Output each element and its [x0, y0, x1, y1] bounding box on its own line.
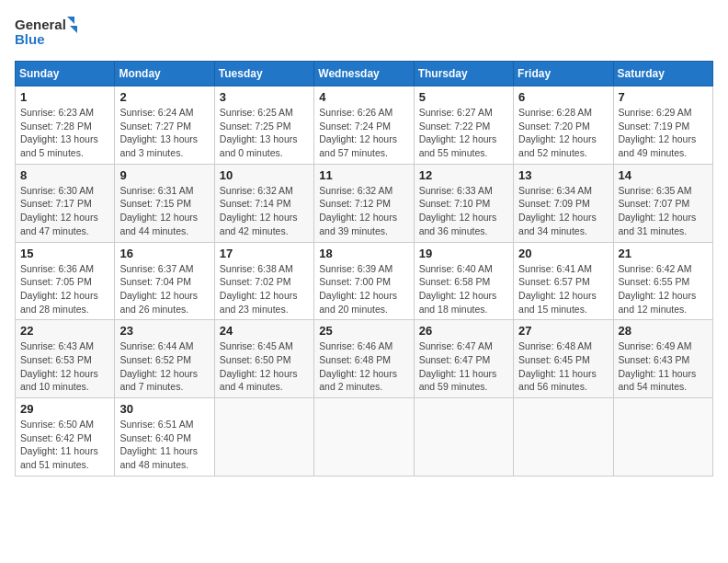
day-number: 21	[619, 247, 708, 260]
daylight-label: Daylight: 12 hours and 20 minutes.	[319, 290, 397, 315]
day-info: Sunrise: 6:41 AM Sunset: 6:57 PM Dayligh…	[518, 262, 608, 316]
daylight-label: Daylight: 12 hours and 36 minutes.	[419, 212, 497, 236]
sunset-label: Sunset: 7:04 PM	[119, 276, 191, 287]
day-number: 3	[220, 90, 309, 104]
daylight-label: Daylight: 12 hours and 47 minutes.	[20, 212, 98, 236]
day-number: 8	[20, 168, 109, 182]
day-number: 4	[319, 90, 408, 104]
sunrise-label: Sunrise: 6:50 AM	[20, 419, 94, 430]
sunset-label: Sunset: 6:52 PM	[119, 354, 191, 365]
calendar-cell: 5 Sunrise: 6:27 AM Sunset: 7:22 PM Dayli…	[414, 86, 513, 165]
svg-text:Blue: Blue	[15, 31, 45, 47]
day-number: 12	[419, 168, 508, 182]
sunrise-label: Sunrise: 6:30 AM	[20, 185, 94, 196]
day-number: 19	[419, 247, 508, 260]
day-info: Sunrise: 6:36 AM Sunset: 7:05 PM Dayligh…	[20, 262, 109, 316]
day-info: Sunrise: 6:34 AM Sunset: 7:09 PM Dayligh…	[518, 184, 608, 238]
day-number: 5	[419, 90, 508, 104]
sunrise-label: Sunrise: 6:34 AM	[518, 185, 592, 196]
calendar-cell: 24 Sunrise: 6:45 AM Sunset: 6:50 PM Dayl…	[214, 320, 313, 398]
page-header: General Blue	[15, 15, 713, 52]
sunset-label: Sunset: 7:09 PM	[518, 198, 590, 209]
calendar-cell: 18 Sunrise: 6:39 AM Sunset: 7:00 PM Dayl…	[314, 242, 414, 320]
daylight-label: Daylight: 12 hours and 2 minutes.	[319, 368, 397, 393]
day-number: 1	[20, 90, 109, 104]
day-info: Sunrise: 6:23 AM Sunset: 7:28 PM Dayligh…	[20, 106, 109, 160]
daylight-label: Daylight: 11 hours and 54 minutes.	[619, 368, 697, 393]
calendar-cell: 25 Sunrise: 6:46 AM Sunset: 6:48 PM Dayl…	[314, 320, 414, 398]
day-number: 13	[518, 168, 608, 182]
daylight-label: Daylight: 13 hours and 3 minutes.	[119, 133, 198, 158]
sunrise-label: Sunrise: 6:29 AM	[619, 107, 692, 118]
sunset-label: Sunset: 7:05 PM	[20, 276, 92, 287]
sunset-label: Sunset: 7:19 PM	[619, 121, 690, 132]
calendar-body: 1 Sunrise: 6:23 AM Sunset: 7:28 PM Dayli…	[16, 86, 713, 477]
sunrise-label: Sunrise: 6:39 AM	[319, 263, 392, 274]
svg-marker-3	[70, 26, 77, 33]
day-number: 23	[119, 324, 209, 338]
sunrise-label: Sunrise: 6:28 AM	[518, 107, 592, 118]
sunset-label: Sunset: 6:57 PM	[518, 276, 590, 287]
day-number: 2	[119, 90, 209, 104]
sunset-label: Sunset: 6:42 PM	[20, 432, 92, 443]
daylight-label: Daylight: 12 hours and 34 minutes.	[518, 212, 597, 236]
calendar-cell: 1 Sunrise: 6:23 AM Sunset: 7:28 PM Dayli…	[16, 86, 115, 165]
calendar-week-5: 29 Sunrise: 6:50 AM Sunset: 6:42 PM Dayl…	[16, 398, 713, 477]
sunset-label: Sunset: 6:50 PM	[220, 354, 291, 365]
calendar-cell: 8 Sunrise: 6:30 AM Sunset: 7:17 PM Dayli…	[16, 164, 115, 242]
calendar-cell: 14 Sunrise: 6:35 AM Sunset: 7:07 PM Dayl…	[613, 164, 712, 242]
day-header-thursday: Thursday	[414, 62, 513, 86]
sunrise-label: Sunrise: 6:45 AM	[220, 340, 293, 351]
sunset-label: Sunset: 7:17 PM	[20, 198, 92, 209]
sunset-label: Sunset: 6:47 PM	[419, 354, 491, 365]
calendar-cell	[214, 398, 313, 477]
day-number: 17	[220, 247, 309, 260]
daylight-label: Daylight: 12 hours and 55 minutes.	[419, 133, 497, 158]
daylight-label: Daylight: 12 hours and 42 minutes.	[220, 212, 298, 236]
sunset-label: Sunset: 7:00 PM	[319, 276, 391, 287]
calendar-cell: 17 Sunrise: 6:38 AM Sunset: 7:02 PM Dayl…	[214, 242, 313, 320]
daylight-label: Daylight: 11 hours and 48 minutes.	[119, 445, 198, 470]
sunrise-label: Sunrise: 6:33 AM	[419, 185, 493, 196]
day-number: 14	[619, 168, 708, 182]
daylight-label: Daylight: 11 hours and 51 minutes.	[20, 445, 98, 470]
daylight-label: Daylight: 12 hours and 28 minutes.	[20, 290, 98, 315]
day-info: Sunrise: 6:24 AM Sunset: 7:27 PM Dayligh…	[119, 106, 209, 160]
day-number: 25	[319, 324, 408, 338]
day-info: Sunrise: 6:44 AM Sunset: 6:52 PM Dayligh…	[119, 339, 209, 394]
daylight-label: Daylight: 12 hours and 10 minutes.	[20, 368, 98, 393]
calendar-cell	[314, 398, 414, 477]
calendar-cell: 19 Sunrise: 6:40 AM Sunset: 6:58 PM Dayl…	[414, 242, 513, 320]
daylight-label: Daylight: 12 hours and 23 minutes.	[220, 290, 298, 315]
calendar-week-1: 1 Sunrise: 6:23 AM Sunset: 7:28 PM Dayli…	[16, 86, 713, 165]
calendar-cell: 16 Sunrise: 6:37 AM Sunset: 7:04 PM Dayl…	[115, 242, 214, 320]
sunset-label: Sunset: 7:02 PM	[220, 276, 291, 287]
day-info: Sunrise: 6:40 AM Sunset: 6:58 PM Dayligh…	[419, 262, 508, 316]
daylight-label: Daylight: 12 hours and 52 minutes.	[518, 133, 597, 158]
day-number: 27	[518, 324, 608, 338]
logo-svg: General Blue	[15, 15, 79, 52]
calendar-cell: 12 Sunrise: 6:33 AM Sunset: 7:10 PM Dayl…	[414, 164, 513, 242]
calendar-cell: 11 Sunrise: 6:32 AM Sunset: 7:12 PM Dayl…	[314, 164, 414, 242]
day-info: Sunrise: 6:31 AM Sunset: 7:15 PM Dayligh…	[119, 184, 209, 238]
calendar-cell: 23 Sunrise: 6:44 AM Sunset: 6:52 PM Dayl…	[115, 320, 214, 398]
day-number: 7	[619, 90, 708, 104]
day-info: Sunrise: 6:39 AM Sunset: 7:00 PM Dayligh…	[319, 262, 408, 316]
sunrise-label: Sunrise: 6:43 AM	[20, 340, 94, 351]
sunrise-label: Sunrise: 6:35 AM	[619, 185, 692, 196]
sunset-label: Sunset: 6:53 PM	[20, 354, 92, 365]
sunset-label: Sunset: 7:15 PM	[119, 198, 191, 209]
calendar-cell: 27 Sunrise: 6:48 AM Sunset: 6:45 PM Dayl…	[514, 320, 613, 398]
calendar-cell: 28 Sunrise: 6:49 AM Sunset: 6:43 PM Dayl…	[613, 320, 712, 398]
sunset-label: Sunset: 6:55 PM	[619, 276, 690, 287]
day-number: 15	[20, 247, 109, 260]
day-number: 9	[119, 168, 209, 182]
calendar-cell	[414, 398, 513, 477]
sunrise-label: Sunrise: 6:48 AM	[518, 340, 592, 351]
daylight-label: Daylight: 13 hours and 0 minutes.	[220, 133, 298, 158]
calendar-week-2: 8 Sunrise: 6:30 AM Sunset: 7:17 PM Dayli…	[16, 164, 713, 242]
day-info: Sunrise: 6:30 AM Sunset: 7:17 PM Dayligh…	[20, 184, 109, 238]
day-info: Sunrise: 6:27 AM Sunset: 7:22 PM Dayligh…	[419, 106, 508, 160]
calendar-table: SundayMondayTuesdayWednesdayThursdayFrid…	[15, 61, 713, 477]
sunset-label: Sunset: 6:40 PM	[119, 432, 191, 443]
